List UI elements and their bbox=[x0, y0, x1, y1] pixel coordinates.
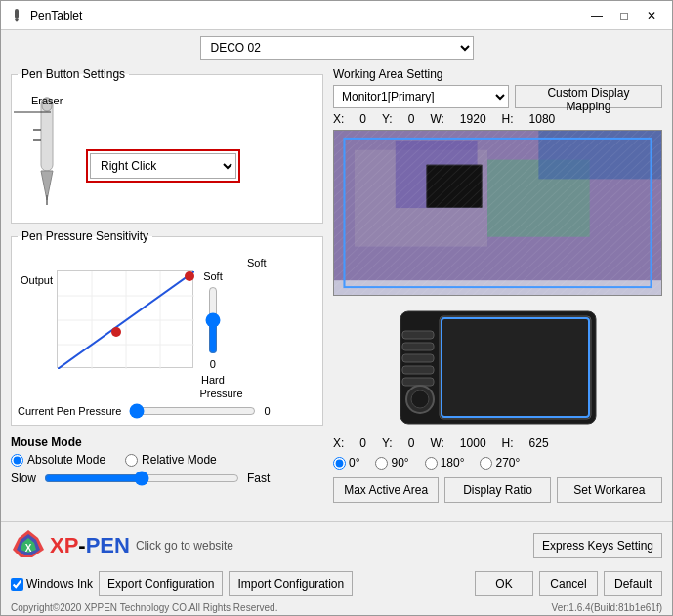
current-pressure-row: Current Pen Pressure 0 bbox=[18, 403, 271, 419]
x-value: 0 bbox=[359, 112, 366, 126]
pressure-content: Soft Output bbox=[18, 249, 316, 419]
minimize-button[interactable]: — bbox=[584, 6, 610, 25]
pressure-bottom-label: Pressure bbox=[199, 388, 242, 399]
left-panel: Pen Button Settings Eraser bbox=[11, 67, 323, 515]
svg-point-38 bbox=[411, 390, 429, 408]
svg-rect-32 bbox=[402, 331, 434, 339]
xppen-logo: X XP-PEN bbox=[11, 528, 130, 563]
max-active-area-button[interactable]: Max Active Area bbox=[333, 477, 439, 503]
xppen-logo-icon: X bbox=[11, 528, 46, 563]
title-bar-left: PenTablet bbox=[9, 8, 82, 23]
y-label: Y: bbox=[382, 112, 393, 126]
title-bar-buttons: — □ ✕ bbox=[584, 6, 664, 25]
device-select-row: DECO 02 bbox=[11, 36, 662, 60]
pressure-graph bbox=[57, 270, 193, 368]
h-label: H: bbox=[502, 112, 514, 126]
pressure-graph-area: Soft Output bbox=[18, 257, 271, 419]
mouse-mode-label: Mouse Mode bbox=[11, 435, 323, 449]
button-dropdown-area: Right ClickLeft ClickMiddle ClickNone bbox=[86, 120, 240, 183]
export-config-button[interactable]: Export Configuration bbox=[99, 571, 223, 596]
current-pressure-value: 0 bbox=[264, 405, 270, 417]
fast-label: Fast bbox=[247, 472, 270, 485]
copyright-text: Copyright©2020 XPPEN Technology CO.All R… bbox=[11, 602, 277, 613]
display-ratio-button[interactable]: Display Ratio bbox=[444, 477, 550, 503]
pressure-v-slider[interactable] bbox=[203, 286, 223, 354]
svg-rect-36 bbox=[402, 378, 434, 386]
version-text: Ver:1.6.4(Build:81b1e61f) bbox=[552, 602, 662, 613]
pen-button-section: Pen Button Settings Eraser bbox=[11, 67, 323, 224]
rotation-180-radio[interactable]: 180° bbox=[425, 456, 465, 470]
svg-marker-1 bbox=[15, 19, 19, 22]
speed-slider[interactable] bbox=[44, 471, 239, 486]
import-config-button[interactable]: Import Configuration bbox=[229, 571, 353, 596]
windows-ink-checkbox-label[interactable]: Windows Ink bbox=[11, 577, 93, 591]
pen-button-legend: Pen Button Settings bbox=[18, 67, 129, 81]
footer-left: X XP-PEN Click go to website bbox=[11, 528, 233, 563]
maximize-button[interactable]: □ bbox=[611, 6, 637, 25]
rotation-row: 0° 90° 180° 270° bbox=[333, 456, 662, 470]
svg-point-17 bbox=[185, 271, 194, 281]
w2-value: 1000 bbox=[460, 436, 486, 450]
main-panels: Pen Button Settings Eraser bbox=[11, 67, 662, 515]
bottom-bar: Windows Ink Export Configuration Import … bbox=[1, 567, 672, 600]
output-label: Output bbox=[18, 274, 53, 286]
svg-rect-27 bbox=[334, 131, 661, 295]
pressure-curve-svg bbox=[58, 271, 194, 369]
eraser-label: Eraser bbox=[31, 95, 63, 106]
coords-row2: X: 0 Y: 0 W: 1000 H: 625 bbox=[333, 436, 662, 450]
h-value: 1080 bbox=[529, 112, 556, 126]
default-button[interactable]: Default bbox=[604, 571, 662, 596]
ok-cancel-default: OK Cancel Default bbox=[475, 571, 662, 596]
website-link[interactable]: Click go to website bbox=[136, 539, 233, 553]
absolute-mode-radio[interactable]: Absolute Mode bbox=[11, 453, 105, 467]
pressure-slider-area: Soft 0 Hard bbox=[201, 270, 225, 386]
app-icon bbox=[9, 8, 24, 23]
pen-area: Eraser bbox=[18, 87, 316, 210]
cancel-button[interactable]: Cancel bbox=[539, 571, 598, 596]
screen-content-svg bbox=[334, 131, 661, 295]
custom-display-button[interactable]: Custom Display Mapping bbox=[515, 85, 662, 108]
h2-value: 625 bbox=[529, 436, 549, 450]
soft-label: Soft bbox=[247, 257, 267, 268]
main-content: DECO 02 Pen Button Settings Eraser bbox=[1, 30, 672, 521]
w2-label: W: bbox=[430, 436, 443, 450]
set-workarea-button[interactable]: Set Workarea bbox=[557, 477, 662, 503]
button-dropdown-box: Right ClickLeft ClickMiddle ClickNone bbox=[86, 149, 240, 183]
y2-value: 0 bbox=[408, 436, 415, 450]
y-value: 0 bbox=[408, 112, 415, 126]
coords-row: X: 0 Y: 0 W: 1920 H: 1080 bbox=[333, 112, 662, 126]
x-label: X: bbox=[333, 112, 344, 126]
current-pressure-label: Current Pen Pressure bbox=[18, 405, 121, 417]
graph-row: Output bbox=[18, 270, 271, 386]
express-keys-button[interactable]: Express Keys Setting bbox=[533, 533, 662, 558]
relative-mode-radio[interactable]: Relative Mode bbox=[125, 453, 217, 467]
windows-ink-checkbox[interactable] bbox=[11, 578, 23, 591]
bottom-btns: Export Configuration Import Configuratio… bbox=[99, 571, 353, 596]
device-select[interactable]: DECO 02 bbox=[200, 36, 474, 60]
action-buttons-row: Max Active Area Display Ratio Set Workar… bbox=[333, 477, 662, 503]
monitor-row: Monitor1[Primary] Custom Display Mapping bbox=[333, 85, 662, 108]
current-pressure-slider[interactable] bbox=[129, 403, 256, 419]
footer: X XP-PEN Click go to website Express Key… bbox=[1, 521, 672, 567]
svg-rect-0 bbox=[15, 9, 19, 19]
rotation-270-radio[interactable]: 270° bbox=[480, 456, 520, 470]
pressure-legend: Pen Pressure Sensitivity bbox=[18, 229, 152, 243]
svg-rect-30 bbox=[440, 316, 591, 419]
soft-top-label: Soft bbox=[203, 270, 223, 282]
footer-right: Express Keys Setting bbox=[533, 533, 662, 558]
rotation-90-radio[interactable]: 90° bbox=[375, 456, 408, 470]
windows-ink-label: Windows Ink bbox=[26, 577, 93, 591]
ok-button[interactable]: OK bbox=[475, 571, 533, 596]
rotation-0-radio[interactable]: 0° bbox=[333, 456, 359, 470]
close-button[interactable]: ✕ bbox=[639, 6, 664, 25]
button-function-select[interactable]: Right ClickLeft ClickMiddle ClickNone bbox=[90, 153, 236, 179]
hard-label: Hard bbox=[201, 374, 225, 386]
y2-label: Y: bbox=[382, 436, 393, 450]
logo-text: XP-PEN bbox=[50, 533, 130, 558]
pressure-section: Pen Pressure Sensitivity Soft Output bbox=[11, 229, 323, 426]
screen-preview bbox=[333, 130, 662, 296]
monitor-select[interactable]: Monitor1[Primary] bbox=[333, 85, 509, 108]
radio-row: Absolute Mode Relative Mode bbox=[11, 453, 323, 467]
tablet-svg bbox=[391, 302, 606, 429]
copyright-bar: Copyright©2020 XPPEN Technology CO.All R… bbox=[1, 600, 672, 615]
